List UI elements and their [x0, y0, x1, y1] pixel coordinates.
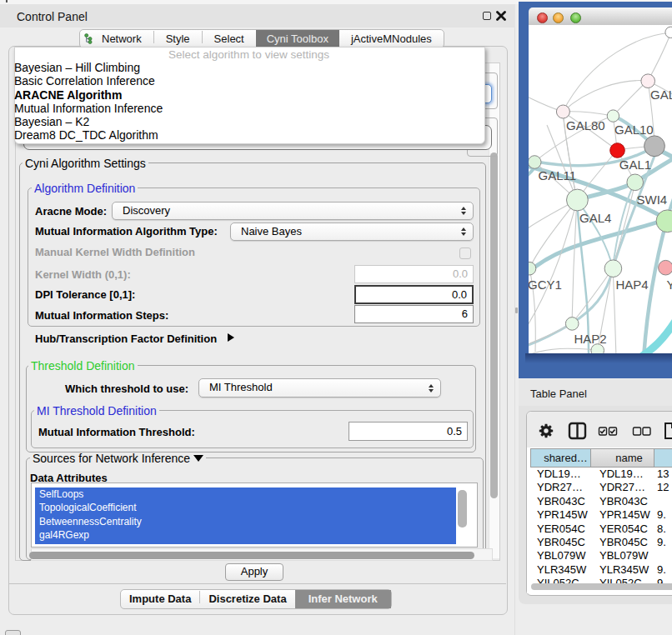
svg-text:GAL10: GAL10	[614, 122, 654, 137]
svg-text:SWI4: SWI4	[637, 192, 668, 207]
svg-text:HAP2: HAP2	[574, 332, 607, 346]
svg-text:GAL4: GAL4	[579, 211, 611, 225]
svg-text:GAL2: GAL2	[650, 88, 672, 102]
svg-text:HAP4: HAP4	[616, 278, 649, 292]
svg-text:GAL1: GAL1	[619, 158, 651, 172]
svg-text:GAL11: GAL11	[539, 168, 577, 182]
svg-text:YKL: YKL	[667, 278, 672, 292]
svg-text:GAL80: GAL80	[566, 118, 605, 132]
svg-text:GCY1: GCY1	[529, 278, 562, 292]
